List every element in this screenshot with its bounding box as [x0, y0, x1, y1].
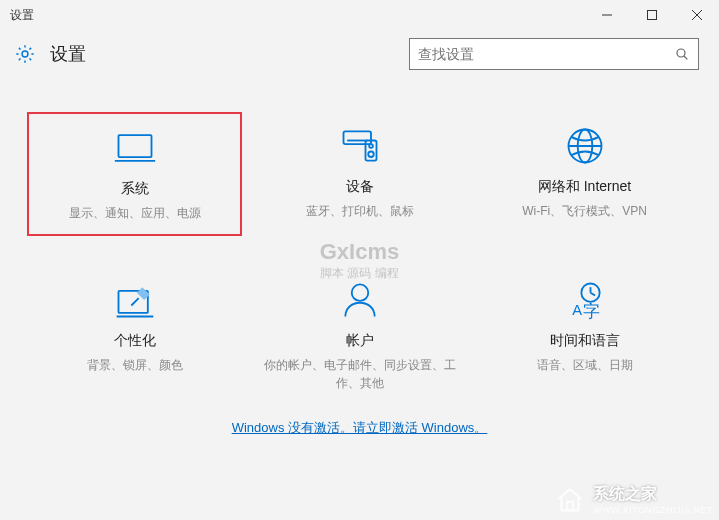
tile-desc: 你的帐户、电子邮件、同步设置、工作、其他 — [258, 356, 461, 392]
svg-point-13 — [368, 152, 374, 158]
tile-title: 帐户 — [346, 332, 374, 350]
titlebar: 设置 — [0, 0, 719, 30]
gear-icon — [14, 43, 36, 65]
tile-desc: 语音、区域、日期 — [533, 356, 637, 374]
close-button[interactable] — [674, 0, 719, 30]
svg-point-20 — [351, 284, 368, 301]
watermark-corner: 系统之家 WWW.XITONGZHIJIA.NET — [553, 482, 713, 516]
user-icon — [338, 278, 382, 322]
tile-title: 系统 — [121, 180, 149, 198]
tile-title: 时间和语言 — [550, 332, 620, 350]
tile-time-language[interactable]: A 字 时间和语言 语音、区域、日期 — [477, 266, 692, 404]
tile-desc: 显示、通知、应用、电源 — [65, 204, 205, 222]
tile-desc: 背景、锁屏、颜色 — [83, 356, 187, 374]
svg-rect-7 — [118, 135, 151, 157]
tile-title: 个性化 — [114, 332, 156, 350]
svg-text:字: 字 — [583, 302, 600, 320]
svg-rect-9 — [343, 131, 371, 144]
window-controls — [584, 0, 719, 30]
tile-personalization[interactable]: 个性化 背景、锁屏、颜色 — [27, 266, 242, 404]
activation-bar: Windows 没有激活。请立即激活 Windows。 — [0, 404, 719, 445]
page-title: 设置 — [50, 42, 395, 66]
svg-line-19 — [131, 298, 138, 305]
minimize-button[interactable] — [584, 0, 629, 30]
tile-desc: Wi-Fi、飞行模式、VPN — [518, 202, 651, 220]
svg-line-23 — [590, 293, 595, 296]
search-box[interactable] — [409, 38, 699, 70]
activation-link[interactable]: Windows 没有激活。请立即激活 Windows。 — [232, 420, 488, 435]
watermark-corner-main: 系统之家 — [593, 484, 713, 505]
display-icon — [113, 126, 157, 170]
house-icon — [553, 482, 587, 516]
svg-point-4 — [22, 51, 28, 57]
window-title: 设置 — [10, 7, 584, 24]
devices-icon — [338, 124, 382, 168]
globe-icon — [563, 124, 607, 168]
tile-devices[interactable]: 设备 蓝牙、打印机、鼠标 — [252, 112, 467, 236]
svg-point-12 — [369, 144, 373, 148]
settings-grid: 系统 显示、通知、应用、电源 设备 蓝牙、打印机、鼠标 网络和 Internet… — [0, 82, 719, 404]
watermark-corner-sub: WWW.XITONGZHIJIA.NET — [593, 505, 713, 515]
svg-point-5 — [677, 49, 685, 57]
svg-text:A: A — [572, 302, 582, 318]
personalization-icon — [113, 278, 157, 322]
header: 设置 — [0, 30, 719, 82]
svg-rect-26 — [567, 502, 573, 511]
maximize-button[interactable] — [629, 0, 674, 30]
svg-line-6 — [684, 56, 687, 59]
search-icon — [674, 46, 690, 62]
tile-system[interactable]: 系统 显示、通知、应用、电源 — [27, 112, 242, 236]
search-input[interactable] — [418, 46, 674, 62]
tile-title: 设备 — [346, 178, 374, 196]
tile-accounts[interactable]: 帐户 你的帐户、电子邮件、同步设置、工作、其他 — [252, 266, 467, 404]
tile-network[interactable]: 网络和 Internet Wi-Fi、飞行模式、VPN — [477, 112, 692, 236]
tile-desc: 蓝牙、打印机、鼠标 — [302, 202, 418, 220]
svg-rect-1 — [647, 11, 656, 20]
time-language-icon: A 字 — [563, 278, 607, 322]
tile-title: 网络和 Internet — [538, 178, 631, 196]
